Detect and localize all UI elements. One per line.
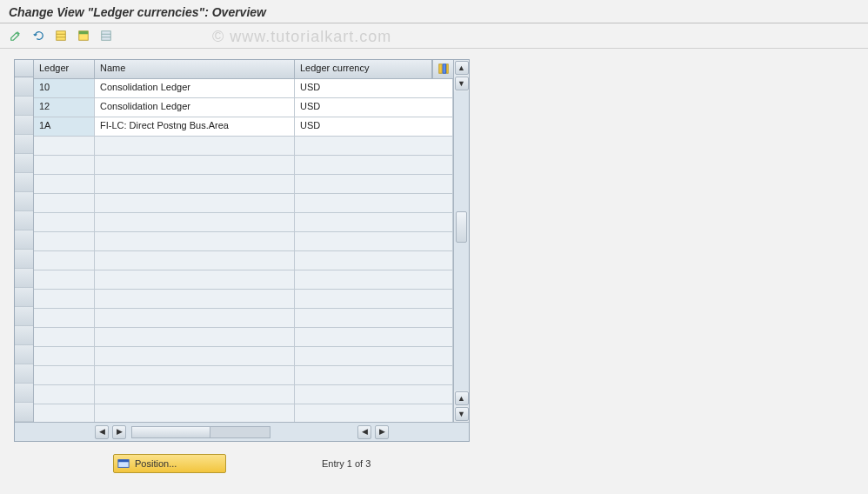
cell-ledger [34, 366, 95, 384]
triangle-down-icon: ▼ [457, 411, 465, 418]
row-selector[interactable] [15, 135, 33, 154]
row-selector[interactable] [15, 230, 33, 250]
cell-name [95, 194, 295, 212]
hscroll-right-button[interactable]: ▶ [375, 425, 389, 439]
row-selector[interactable] [15, 250, 33, 269]
cell-name[interactable]: FI-LC: Direct Postng Bus.Area [95, 117, 295, 136]
select-block-button[interactable] [75, 27, 92, 44]
cell-currency[interactable]: USD [295, 98, 453, 117]
cell-name [95, 404, 295, 422]
row-selector[interactable] [15, 403, 33, 422]
cell-currency[interactable]: USD [295, 117, 453, 136]
cell-ledger[interactable]: 12 [34, 98, 95, 117]
row-selector[interactable] [15, 116, 33, 135]
table-row [34, 366, 453, 385]
vscroll-track[interactable] [454, 91, 469, 391]
page-title: Change View "Ledger currencies": Overvie… [9, 5, 859, 19]
cell-name [95, 156, 295, 174]
hscroll-left-button[interactable]: ◀ [95, 425, 109, 439]
grid-deselect-icon [100, 30, 112, 42]
grid-select-icon [55, 30, 67, 42]
cell-name[interactable]: Consolidation Ledger [95, 98, 295, 117]
hscroll-track[interactable] [131, 426, 270, 438]
table-row [34, 328, 453, 347]
change-button[interactable] [7, 27, 24, 44]
row-selector-column [15, 60, 34, 422]
row-selector[interactable] [15, 173, 33, 192]
cell-name [95, 232, 295, 250]
pencil-icon [10, 30, 22, 42]
triangle-left-icon: ◀ [362, 428, 368, 436]
scroll-down-step-button[interactable]: ▼ [455, 77, 469, 90]
row-selector[interactable] [15, 384, 33, 403]
row-selector[interactable] [15, 326, 33, 345]
scroll-up-step-button[interactable]: ▲ [455, 391, 469, 405]
deselect-all-button[interactable] [97, 27, 115, 44]
cell-currency [295, 156, 453, 174]
hscroll-left-step-button[interactable]: ◀ [357, 425, 371, 439]
cell-currency [295, 290, 453, 308]
cell-name [95, 251, 295, 270]
cell-ledger[interactable]: 1A [34, 117, 95, 136]
cell-currency [295, 213, 453, 231]
cell-ledger [34, 137, 95, 155]
cell-ledger [34, 290, 95, 308]
cell-currency [295, 385, 453, 404]
position-icon [117, 457, 130, 470]
hscroll-right-step-button[interactable]: ▶ [112, 425, 126, 439]
cell-name [95, 290, 295, 308]
position-button[interactable]: Position... [113, 454, 226, 473]
svg-rect-10 [446, 64, 448, 74]
row-selector[interactable] [15, 345, 33, 364]
vscroll-thumb[interactable] [456, 211, 467, 243]
cell-ledger [34, 309, 95, 327]
row-selector-header [15, 60, 33, 77]
grid-block-icon [77, 30, 90, 42]
horizontal-scrollbar[interactable]: ◀ ▶ ◀ ▶ [15, 422, 469, 441]
cell-ledger[interactable]: 10 [34, 79, 95, 97]
row-selector[interactable] [15, 288, 33, 307]
triangle-left-icon: ◀ [99, 428, 105, 436]
row-selector[interactable] [15, 77, 33, 97]
table-row [34, 251, 453, 270]
undo-button[interactable] [30, 27, 47, 44]
row-selector[interactable] [15, 192, 33, 211]
scroll-down-button[interactable]: ▼ [455, 407, 469, 421]
row-selector[interactable] [15, 269, 33, 288]
cell-currency [295, 251, 453, 270]
vertical-scrollbar[interactable]: ▲ ▼ ▲ ▼ [453, 60, 469, 422]
undo-icon [32, 30, 44, 42]
table-row [34, 270, 453, 290]
position-button-label: Position... [135, 458, 177, 469]
table-row[interactable]: 10Consolidation LedgerUSD [34, 79, 453, 98]
column-header-currency[interactable]: Ledger currency [295, 60, 432, 78]
svg-rect-12 [118, 460, 129, 463]
row-selector[interactable] [15, 307, 33, 326]
row-selector[interactable] [15, 97, 33, 116]
hscroll-thumb[interactable] [132, 427, 210, 437]
row-selector[interactable] [15, 211, 33, 230]
table-row[interactable]: 12Consolidation LedgerUSD [34, 98, 453, 117]
column-header-name[interactable]: Name [95, 60, 295, 78]
triangle-up-icon: ▲ [457, 395, 465, 403]
svg-rect-0 [57, 31, 66, 41]
cell-ledger [34, 213, 95, 231]
table-panel: Ledger Name Ledger currency 10Consolidat… [14, 59, 470, 442]
scroll-up-button[interactable]: ▲ [455, 61, 469, 75]
row-selector[interactable] [15, 154, 33, 173]
cell-currency [295, 270, 453, 289]
cell-name [95, 213, 295, 231]
row-selector[interactable] [15, 364, 33, 384]
toolbar [0, 23, 868, 49]
cell-ledger [34, 232, 95, 250]
table-row[interactable]: 1AFI-LC: Direct Postng Bus.AreaUSD [34, 117, 453, 137]
table-row [34, 404, 453, 422]
cell-currency[interactable]: USD [295, 79, 453, 97]
column-header-ledger[interactable]: Ledger [34, 60, 95, 78]
select-all-button[interactable] [52, 27, 70, 44]
cell-ledger [34, 194, 95, 212]
cell-currency [295, 347, 453, 365]
cell-name[interactable]: Consolidation Ledger [95, 79, 295, 97]
configure-columns-button[interactable] [432, 60, 453, 78]
cell-ledger [34, 270, 95, 289]
